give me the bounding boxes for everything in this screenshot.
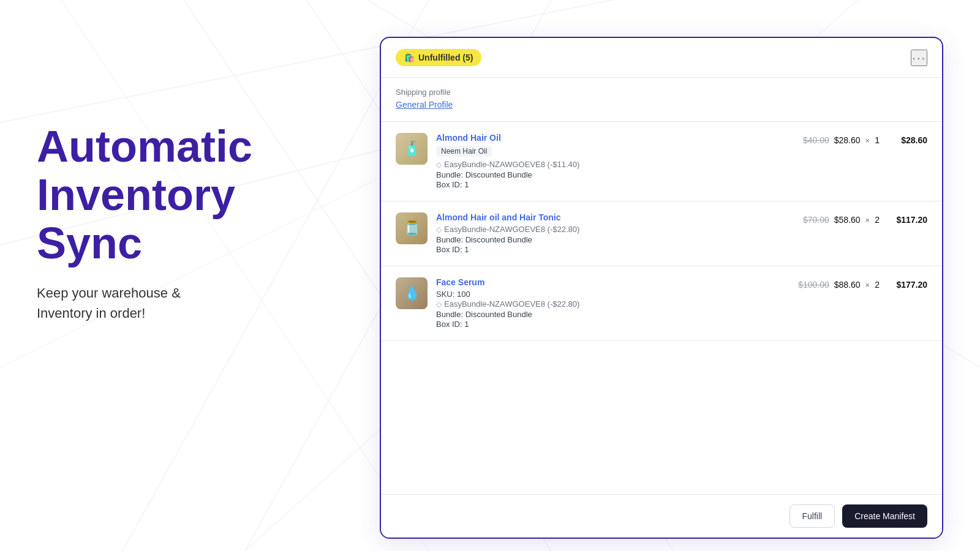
quantity-2: 2 [875, 215, 880, 225]
item-details-3: Face Serum SKU: 100 ◇ EasyBundle-NZAWGOE… [436, 277, 790, 329]
item-name-1[interactable]: Almond Hair Oil [436, 133, 794, 143]
item-box-3: Box ID: 1 [436, 320, 790, 329]
diamond-icon-2: ◇ [436, 225, 442, 234]
item-variant-1: Neem Hair Oil [436, 146, 492, 157]
item-pricing-3: $100.00 $88.60 × 2 $177.20 [798, 277, 927, 290]
item-bundle-name-2: Bundle: Discounted Bundle [436, 235, 794, 244]
item-bundle-name-1: Bundle: Discounted Bundle [436, 170, 794, 179]
item-details-2: Almond Hair oil and Hair Tonic ◇ EasyBun… [436, 212, 794, 255]
item-name-3[interactable]: Face Serum [436, 277, 790, 287]
sale-price-3: $88.60 [834, 280, 861, 290]
item-pricing-2: $70.00 $58.60 × 2 $117.20 [803, 212, 927, 225]
multiply-2: × [865, 216, 870, 225]
shipping-profile-link[interactable]: General Profile [396, 100, 453, 110]
item-image-3: 💧 [396, 277, 428, 309]
item-box-1: Box ID: 1 [436, 180, 794, 189]
item-bundle-name-3: Bundle: Discounted Bundle [436, 310, 790, 319]
order-item-3: 💧 Face Serum SKU: 100 ◇ EasyBundle-NZAWG… [381, 266, 942, 341]
badge-label: Unfulfilled (5) [418, 53, 473, 62]
order-item-1: 🧴 Almond Hair Oil Neem Hair Oil ◇ EasyBu… [381, 122, 942, 201]
diamond-icon-1: ◇ [436, 160, 442, 169]
unfulfilled-badge: 🛍️ Unfulfilled (5) [396, 49, 481, 66]
original-price-2: $70.00 [803, 215, 829, 225]
window-header: 🛍️ Unfulfilled (5) ··· [381, 38, 942, 78]
total-price-1: $28.60 [884, 135, 927, 145]
item-pricing-1: $40.00 $28.60 × 1 $28.60 [803, 133, 927, 145]
total-price-2: $117.20 [884, 215, 927, 225]
quantity-3: 2 [875, 280, 880, 290]
app-window: 🛍️ Unfulfilled (5) ··· Shipping profile … [380, 37, 943, 539]
sale-price-1: $28.60 [834, 135, 861, 145]
item-box-2: Box ID: 1 [436, 245, 794, 254]
multiply-3: × [865, 280, 870, 290]
original-price-3: $100.00 [798, 280, 829, 290]
bottom-actions: Fulfill Create Manifest [381, 494, 942, 538]
diamond-icon-3: ◇ [436, 300, 442, 309]
item-details-1: Almond Hair Oil Neem Hair Oil ◇ EasyBund… [436, 133, 794, 190]
create-manifest-button[interactable]: Create Manifest [842, 504, 927, 528]
item-bundle-2: ◇ EasyBundle-NZAWGOEVE8 (-$22.80) [436, 225, 794, 234]
item-sku-3: SKU: 100 [436, 290, 790, 299]
item-image-1: 🧴 [396, 133, 428, 165]
shipping-section: Shipping profile General Profile [381, 78, 942, 122]
item-bundle-3: ◇ EasyBundle-NZAWGOEVE8 (-$22.80) [436, 299, 790, 309]
item-image-2: 🫙 [396, 212, 428, 244]
subtitle: Keep your warehouse & Inventory in order… [37, 283, 252, 323]
shipping-label: Shipping profile [396, 88, 927, 97]
total-price-3: $177.20 [884, 280, 927, 290]
original-price-1: $40.00 [803, 135, 829, 145]
quantity-1: 1 [875, 135, 880, 145]
more-options-button[interactable]: ··· [911, 50, 927, 66]
multiply-1: × [865, 136, 870, 145]
order-item-2: 🫙 Almond Hair oil and Hair Tonic ◇ EasyB… [381, 201, 942, 266]
left-panel: Automatic Inventory Sync Keep your wareh… [37, 122, 252, 323]
main-title: Automatic Inventory Sync [37, 122, 252, 268]
item-name-2[interactable]: Almond Hair oil and Hair Tonic [436, 212, 794, 222]
sale-price-2: $58.60 [834, 215, 861, 225]
item-bundle-1: ◇ EasyBundle-NZAWGOEVE8 (-$11.40) [436, 160, 794, 169]
badge-icon: 🛍️ [404, 53, 415, 62]
fulfill-button[interactable]: Fulfill [790, 504, 835, 528]
